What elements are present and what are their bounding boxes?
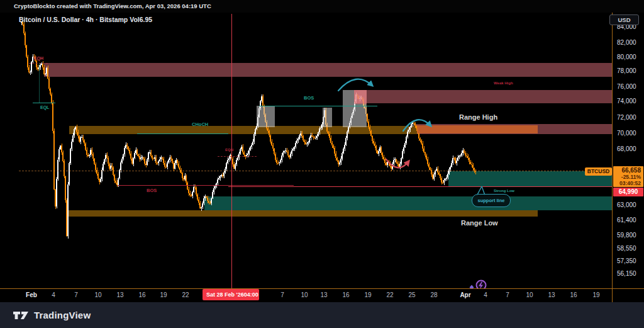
order-block-2[interactable] [323,108,332,127]
candle [303,136,304,140]
candle [214,186,216,188]
candle [71,142,72,149]
last-price-label: 66,658 -25.11% 03:40:52 [613,166,643,187]
current-price-line[interactable] [19,171,612,171]
candle [76,127,77,132]
candle [167,162,168,167]
bos-bearish-label: BOS [147,188,157,193]
brand-name: TradingView [34,310,91,320]
support-line-callout[interactable]: support line [472,194,511,207]
eqh-minor-line[interactable] [218,156,257,157]
candle [26,45,27,57]
candle [250,147,251,150]
eqh-line[interactable] [29,63,48,64]
candle [51,94,52,103]
candle [148,152,149,159]
time-tick: 19 [357,291,379,298]
price-change-value: -25.11% [613,174,641,180]
tradingview-chart-window: CryptoBlockto created with TradingView.c… [0,0,644,328]
candle [45,74,46,74]
candle [296,140,297,143]
candle [406,137,407,143]
price-tick: 70,000 [617,130,636,137]
candle [62,152,64,161]
candle [319,128,320,132]
price-tick: 76,000 [617,83,636,90]
supply-flip-box[interactable] [354,90,367,104]
time-tick: 10 [519,291,540,298]
candle [320,128,321,128]
candle [159,159,160,161]
candle [334,148,335,154]
candle [247,154,248,155]
bos-bullish-line[interactable] [259,106,377,106]
candle [91,150,92,154]
candle [281,156,282,160]
time-tick: 19 [153,291,174,298]
bos-bearish-line[interactable] [118,185,294,186]
demand-zone-lower[interactable] [204,196,612,210]
candle [291,150,292,154]
candle [404,143,406,147]
candle [40,65,41,67]
candle [368,122,369,127]
supply-zone-top[interactable] [44,63,612,77]
time-marker-label[interactable]: Sat 28 Feb '26 04:00 [203,289,259,300]
candle [103,164,104,170]
candle [452,158,453,163]
eq-connector[interactable] [39,63,40,103]
candle [74,129,75,135]
candle [280,160,281,162]
eql-line[interactable] [33,103,55,103]
candle [27,57,28,67]
candle [339,162,340,164]
time-tick: 4 [475,291,496,298]
chart-area[interactable]: EQHEQLCHoCHBOSBOSEQHWeak HighStrong LowR… [0,0,644,328]
time-tick: 22 [379,291,401,298]
candle [427,159,428,165]
curved-arrow-breakout[interactable] [338,79,372,91]
tradingview-logo[interactable] [13,310,29,321]
candle [123,154,124,159]
time-tick: 13 [109,291,131,298]
candle [25,33,26,45]
candle [340,159,341,162]
candle [85,144,86,150]
candle [65,176,66,200]
range-low-band[interactable] [68,210,538,217]
range-high-overlay[interactable] [417,125,538,133]
candle [163,159,164,164]
choch-line[interactable] [137,133,228,134]
alert-price-label: 64,990 [613,188,643,196]
candle [192,192,193,196]
candle [457,157,458,161]
candle [124,148,125,154]
candle [451,163,452,167]
time-tick: 13 [313,291,335,298]
candle [218,178,219,179]
time-tick: 22 [175,291,196,298]
time-tick: 16 [563,291,584,298]
candle [182,173,183,179]
candle [202,203,203,207]
candle [213,188,214,192]
order-block-1[interactable] [257,106,275,127]
candle [251,145,252,146]
candle [378,151,379,153]
strong-low-line[interactable] [228,186,612,187]
candle [104,159,105,163]
time-tick: 10 [87,291,109,298]
strong-low-label: Strong Low [494,189,514,193]
time-tick: Apr [455,291,476,298]
candle [407,132,408,136]
candle [252,142,253,145]
time-tick: 7 [497,291,518,298]
candle [121,159,123,162]
weak-high-supply-zone[interactable] [354,90,612,103]
candle [335,154,336,158]
candle [144,159,145,164]
bar-countdown: 03:40:52 [613,180,641,186]
time-marker-date: Sat 28 Feb '26 [206,291,244,298]
candle [292,149,294,150]
currency-toggle-button[interactable]: USD [609,14,639,25]
